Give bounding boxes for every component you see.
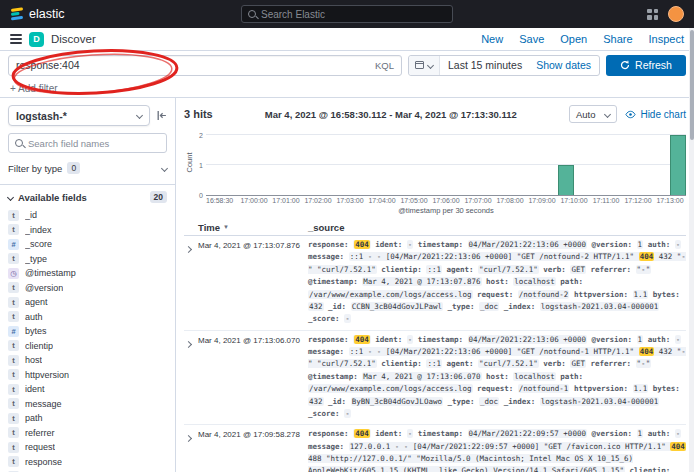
expand-doc-icon[interactable] (184, 428, 198, 443)
page-title: Discover (51, 33, 96, 45)
field-item-ident[interactable]: tident (8, 382, 167, 397)
field-item-host[interactable]: thost (8, 353, 167, 368)
elastic-home-link[interactable]: elastic (10, 7, 64, 21)
menu-hamburger-icon[interactable] (10, 34, 22, 44)
action-links: NewSaveOpenShareInspect (481, 33, 684, 45)
histogram-chart: Count 012 16:58:3017:00:0017:01:0017:02:… (184, 128, 686, 215)
field-item-path[interactable]: tpath (8, 411, 167, 426)
chart-y-ticks: 012 (194, 128, 206, 196)
field-item-auth[interactable]: tauth (8, 310, 167, 325)
field-list: t_idt_index#_scoret_type◷@timestampt@ver… (8, 208, 167, 472)
field-item-_id[interactable]: t_id (8, 208, 167, 223)
filter-by-type-toggle[interactable]: Filter by type 0 (8, 159, 167, 177)
column-header-time[interactable]: Time ▼ (198, 222, 308, 233)
refresh-button[interactable]: Refresh (606, 55, 686, 76)
nav-link-share[interactable]: Share (603, 33, 632, 45)
query-input[interactable] (16, 59, 369, 71)
scrollbar-thumb[interactable] (690, 30, 694, 140)
search-icon (248, 10, 256, 18)
scrollbar[interactable] (689, 28, 694, 472)
content-area: logstash-* Filter by type 0 Ava (0, 98, 694, 472)
user-avatar[interactable] (668, 6, 684, 22)
table-row: Mar 4, 2021 @ 17:13:06.070response: 404 … (184, 331, 686, 426)
field-type-icon: t (8, 282, 19, 293)
discover-app-icon[interactable]: D (29, 32, 44, 47)
filter-type-count-badge: 0 (67, 162, 80, 174)
expand-doc-icon[interactable] (184, 334, 198, 349)
show-dates-button[interactable]: Show dates (536, 59, 599, 71)
doc-source: response: 404 ident: - timestamp: 04/Mar… (308, 334, 686, 421)
field-type-icon: t (8, 340, 19, 351)
doc-timestamp: Mar 4, 2021 @ 17:13:06.070 (198, 334, 308, 345)
header-icons (647, 6, 684, 22)
doc-table-header: Time ▼ _source (184, 219, 686, 236)
field-type-icon: t (8, 210, 19, 221)
doc-timestamp: Mar 4, 2021 @ 17:13:07.876 (198, 239, 308, 250)
field-item-request[interactable]: trequest (8, 440, 167, 455)
collapse-sidebar-icon[interactable] (156, 110, 167, 121)
field-item-httpversion[interactable]: thttpversion (8, 368, 167, 383)
chart-time-range: Mar 4, 2021 @ 16:58:30.112 - Mar 4, 2021… (221, 109, 561, 120)
nav-link-new[interactable]: New (481, 33, 503, 45)
field-item-_index[interactable]: t_index (8, 223, 167, 238)
available-fields-header[interactable]: Available fields 20 (8, 191, 167, 203)
field-type-icon: t (8, 442, 19, 453)
search-icon (15, 139, 23, 147)
field-type-icon: t (8, 253, 19, 264)
hide-chart-button[interactable]: Hide chart (625, 109, 686, 120)
date-picker: Last 15 minutes Show dates (408, 55, 600, 76)
query-input-box[interactable]: KQL (8, 55, 402, 76)
y-axis-label: Count (185, 152, 194, 172)
field-item-_type[interactable]: t_type (8, 252, 167, 267)
doc-source: response: 404 ident: - timestamp: 04/Mar… (308, 428, 686, 472)
calendar-dropdown[interactable] (409, 56, 440, 75)
field-search-box[interactable] (8, 133, 167, 153)
doc-table-body: Mar 4, 2021 @ 17:13:07.876response: 404 … (184, 236, 686, 472)
field-type-icon: t (8, 384, 19, 395)
kql-language-button[interactable]: KQL (369, 60, 394, 71)
elastic-logo-icon (10, 7, 24, 21)
sort-desc-icon[interactable]: ▼ (223, 224, 229, 230)
field-search-input[interactable] (28, 138, 160, 149)
column-header-source[interactable]: _source (308, 222, 686, 233)
field-item-bytes[interactable]: #bytes (8, 324, 167, 339)
eye-icon (625, 110, 636, 119)
nav-link-open[interactable]: Open (560, 33, 587, 45)
histogram-bar[interactable] (670, 135, 686, 195)
global-search-input[interactable] (261, 9, 446, 20)
field-type-icon: t (8, 311, 19, 322)
expand-doc-icon[interactable] (184, 239, 198, 254)
histogram-bar[interactable] (558, 165, 574, 195)
field-type-icon: # (8, 239, 19, 250)
field-item-referrer[interactable]: treferrer (8, 426, 167, 441)
x-axis-label: @timestamp per 30 seconds (206, 206, 686, 215)
global-header: elastic (0, 0, 694, 28)
interval-select[interactable]: Auto (569, 105, 618, 123)
kibana-discover-app: elastic D Discover NewSaveOpenShareInspe… (0, 0, 694, 472)
field-item-clientip[interactable]: tclientip (8, 339, 167, 354)
doc-source: response: 404 ident: - timestamp: 04/Mar… (308, 239, 686, 326)
divider (0, 184, 175, 185)
chevron-down-icon (427, 61, 434, 68)
field-type-icon: t (8, 297, 19, 308)
global-search-box[interactable] (241, 5, 453, 23)
chart-x-ticks: 16:58:3017:00:0017:01:0017:02:0017:03:00… (206, 196, 686, 205)
calendar-icon (415, 61, 424, 69)
field-type-icon: # (8, 326, 19, 337)
field-type-icon: t (8, 427, 19, 438)
time-range-value[interactable]: Last 15 minutes (440, 59, 530, 71)
table-row: Mar 4, 2021 @ 17:13:07.876response: 404 … (184, 236, 686, 331)
field-item-message[interactable]: tmessage (8, 397, 167, 412)
add-filter-button[interactable]: + Add filter (10, 83, 58, 94)
field-item-@version[interactable]: t@version (8, 281, 167, 296)
chevron-down-icon (604, 110, 611, 117)
nav-link-inspect[interactable]: Inspect (649, 33, 684, 45)
index-pattern-select[interactable]: logstash-* (8, 105, 150, 126)
nav-link-save[interactable]: Save (519, 33, 544, 45)
field-item-response[interactable]: tresponse (8, 455, 167, 470)
field-item-_score[interactable]: #_score (8, 237, 167, 252)
field-item-agent[interactable]: tagent (8, 295, 167, 310)
app-navbar: D Discover NewSaveOpenShareInspect (0, 28, 694, 51)
field-item-@timestamp[interactable]: ◷@timestamp (8, 266, 167, 281)
apps-grid-icon[interactable] (647, 9, 658, 20)
